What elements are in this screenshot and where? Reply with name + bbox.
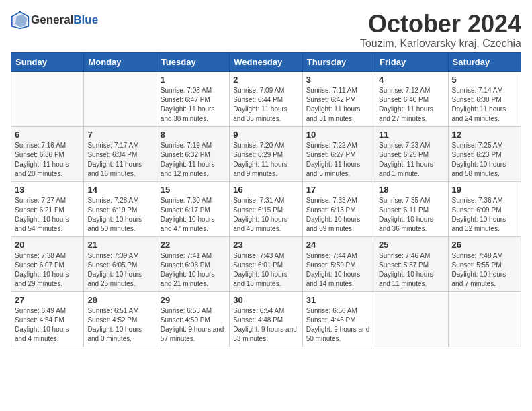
day-info: Sunrise: 7:17 AM Sunset: 6:34 PM Dayligh…	[87, 141, 152, 179]
day-number: 14	[87, 185, 152, 195]
weekday-header: Friday	[375, 52, 448, 71]
calendar-cell	[448, 291, 521, 347]
calendar-week-row: 27Sunrise: 6:49 AM Sunset: 4:54 PM Dayli…	[11, 291, 521, 347]
day-info: Sunrise: 7:41 AM Sunset: 6:03 PM Dayligh…	[161, 251, 226, 289]
calendar-cell: 29Sunrise: 6:53 AM Sunset: 4:50 PM Dayli…	[157, 291, 229, 347]
day-info: Sunrise: 7:09 AM Sunset: 6:44 PM Dayligh…	[233, 86, 298, 124]
day-info: Sunrise: 7:35 AM Sunset: 6:11 PM Dayligh…	[379, 196, 444, 234]
day-info: Sunrise: 7:44 AM Sunset: 5:59 PM Dayligh…	[306, 251, 371, 289]
day-info: Sunrise: 7:43 AM Sunset: 6:01 PM Dayligh…	[233, 251, 298, 289]
calendar-cell	[375, 291, 448, 347]
calendar-cell: 6Sunrise: 7:16 AM Sunset: 6:36 PM Daylig…	[11, 126, 84, 181]
day-info: Sunrise: 7:28 AM Sunset: 6:19 PM Dayligh…	[87, 196, 152, 234]
day-number: 16	[233, 185, 298, 195]
day-number: 10	[306, 130, 371, 140]
day-info: Sunrise: 6:49 AM Sunset: 4:54 PM Dayligh…	[15, 306, 80, 344]
weekday-header: Sunday	[11, 52, 84, 71]
calendar-cell: 7Sunrise: 7:17 AM Sunset: 6:34 PM Daylig…	[84, 126, 157, 181]
day-info: Sunrise: 7:11 AM Sunset: 6:42 PM Dayligh…	[306, 86, 371, 124]
calendar-cell: 2Sunrise: 7:09 AM Sunset: 6:44 PM Daylig…	[230, 71, 302, 126]
day-info: Sunrise: 7:33 AM Sunset: 6:13 PM Dayligh…	[306, 196, 371, 234]
day-number: 19	[452, 185, 517, 195]
day-number: 11	[379, 130, 444, 140]
day-info: Sunrise: 7:20 AM Sunset: 6:29 PM Dayligh…	[233, 141, 298, 179]
day-number: 20	[15, 240, 80, 250]
calendar-cell: 10Sunrise: 7:22 AM Sunset: 6:27 PM Dayli…	[302, 126, 375, 181]
calendar-cell: 31Sunrise: 6:56 AM Sunset: 4:46 PM Dayli…	[302, 291, 375, 347]
day-number: 22	[161, 240, 226, 250]
day-info: Sunrise: 7:25 AM Sunset: 6:23 PM Dayligh…	[452, 141, 517, 179]
calendar-cell: 19Sunrise: 7:36 AM Sunset: 6:09 PM Dayli…	[448, 181, 521, 236]
calendar-cell: 23Sunrise: 7:43 AM Sunset: 6:01 PM Dayli…	[230, 236, 302, 291]
day-number: 28	[87, 295, 152, 305]
day-number: 25	[379, 240, 444, 250]
calendar-cell: 13Sunrise: 7:27 AM Sunset: 6:21 PM Dayli…	[11, 181, 84, 236]
day-number: 27	[15, 295, 80, 305]
calendar-cell: 4Sunrise: 7:12 AM Sunset: 6:40 PM Daylig…	[375, 71, 448, 126]
logo-icon	[11, 11, 30, 30]
day-info: Sunrise: 7:31 AM Sunset: 6:15 PM Dayligh…	[233, 196, 298, 234]
day-number: 17	[306, 185, 371, 195]
calendar-cell: 16Sunrise: 7:31 AM Sunset: 6:15 PM Dayli…	[230, 181, 302, 236]
weekday-header: Thursday	[302, 52, 375, 71]
calendar-cell: 11Sunrise: 7:23 AM Sunset: 6:25 PM Dayli…	[375, 126, 448, 181]
day-info: Sunrise: 7:48 AM Sunset: 5:55 PM Dayligh…	[452, 251, 517, 289]
calendar-cell: 5Sunrise: 7:14 AM Sunset: 6:38 PM Daylig…	[448, 71, 521, 126]
day-number: 5	[452, 75, 517, 85]
day-number: 18	[379, 185, 444, 195]
day-info: Sunrise: 7:23 AM Sunset: 6:25 PM Dayligh…	[379, 141, 444, 179]
day-number: 24	[306, 240, 371, 250]
day-info: Sunrise: 6:56 AM Sunset: 4:46 PM Dayligh…	[306, 306, 371, 344]
calendar-cell: 25Sunrise: 7:46 AM Sunset: 5:57 PM Dayli…	[375, 236, 448, 291]
calendar-cell: 30Sunrise: 6:54 AM Sunset: 4:48 PM Dayli…	[230, 291, 302, 347]
day-info: Sunrise: 7:08 AM Sunset: 6:47 PM Dayligh…	[161, 86, 226, 124]
day-number: 23	[233, 240, 298, 250]
day-number: 12	[452, 130, 517, 140]
calendar-cell: 3Sunrise: 7:11 AM Sunset: 6:42 PM Daylig…	[302, 71, 375, 126]
day-info: Sunrise: 7:38 AM Sunset: 6:07 PM Dayligh…	[15, 251, 80, 289]
calendar-week-row: 20Sunrise: 7:38 AM Sunset: 6:07 PM Dayli…	[11, 236, 521, 291]
calendar-cell: 8Sunrise: 7:19 AM Sunset: 6:32 PM Daylig…	[157, 126, 229, 181]
calendar-cell: 14Sunrise: 7:28 AM Sunset: 6:19 PM Dayli…	[84, 181, 157, 236]
day-number: 29	[161, 295, 226, 305]
day-number: 21	[87, 240, 152, 250]
day-info: Sunrise: 7:36 AM Sunset: 6:09 PM Dayligh…	[452, 196, 517, 234]
day-number: 4	[379, 75, 444, 85]
day-number: 9	[233, 130, 298, 140]
calendar-cell: 9Sunrise: 7:20 AM Sunset: 6:29 PM Daylig…	[230, 126, 302, 181]
calendar-cell: 18Sunrise: 7:35 AM Sunset: 6:11 PM Dayli…	[375, 181, 448, 236]
calendar-cell	[11, 71, 84, 126]
location-title: Touzim, Karlovarsky kraj, Czechia	[360, 38, 521, 50]
day-info: Sunrise: 7:22 AM Sunset: 6:27 PM Dayligh…	[306, 141, 371, 179]
day-info: Sunrise: 6:54 AM Sunset: 4:48 PM Dayligh…	[233, 306, 298, 344]
calendar-header-row: SundayMondayTuesdayWednesdayThursdayFrid…	[11, 52, 521, 71]
day-number: 6	[15, 130, 80, 140]
day-number: 2	[233, 75, 298, 85]
calendar-cell: 15Sunrise: 7:30 AM Sunset: 6:17 PM Dayli…	[157, 181, 229, 236]
month-title: October 2024	[360, 11, 521, 38]
day-info: Sunrise: 7:16 AM Sunset: 6:36 PM Dayligh…	[15, 141, 80, 179]
calendar-cell: 12Sunrise: 7:25 AM Sunset: 6:23 PM Dayli…	[448, 126, 521, 181]
calendar-cell: 26Sunrise: 7:48 AM Sunset: 5:55 PM Dayli…	[448, 236, 521, 291]
day-info: Sunrise: 7:12 AM Sunset: 6:40 PM Dayligh…	[379, 86, 444, 124]
day-number: 1	[161, 75, 226, 85]
weekday-header: Tuesday	[157, 52, 229, 71]
calendar-cell: 27Sunrise: 6:49 AM Sunset: 4:54 PM Dayli…	[11, 291, 84, 347]
calendar-cell: 21Sunrise: 7:39 AM Sunset: 6:05 PM Dayli…	[84, 236, 157, 291]
page-header: GeneralBlue October 2024 Touzim, Karlova…	[11, 11, 521, 50]
calendar-week-row: 6Sunrise: 7:16 AM Sunset: 6:36 PM Daylig…	[11, 126, 521, 181]
day-info: Sunrise: 7:30 AM Sunset: 6:17 PM Dayligh…	[161, 196, 226, 234]
day-info: Sunrise: 7:39 AM Sunset: 6:05 PM Dayligh…	[87, 251, 152, 289]
logo: GeneralBlue	[11, 11, 98, 30]
calendar-week-row: 1Sunrise: 7:08 AM Sunset: 6:47 PM Daylig…	[11, 71, 521, 126]
day-info: Sunrise: 7:14 AM Sunset: 6:38 PM Dayligh…	[452, 86, 517, 124]
logo-general: General	[31, 14, 73, 27]
calendar-week-row: 13Sunrise: 7:27 AM Sunset: 6:21 PM Dayli…	[11, 181, 521, 236]
calendar-cell: 17Sunrise: 7:33 AM Sunset: 6:13 PM Dayli…	[302, 181, 375, 236]
weekday-header: Saturday	[448, 52, 521, 71]
weekday-header: Monday	[84, 52, 157, 71]
day-number: 7	[87, 130, 152, 140]
day-info: Sunrise: 6:53 AM Sunset: 4:50 PM Dayligh…	[161, 306, 226, 344]
day-number: 8	[161, 130, 226, 140]
day-number: 3	[306, 75, 371, 85]
